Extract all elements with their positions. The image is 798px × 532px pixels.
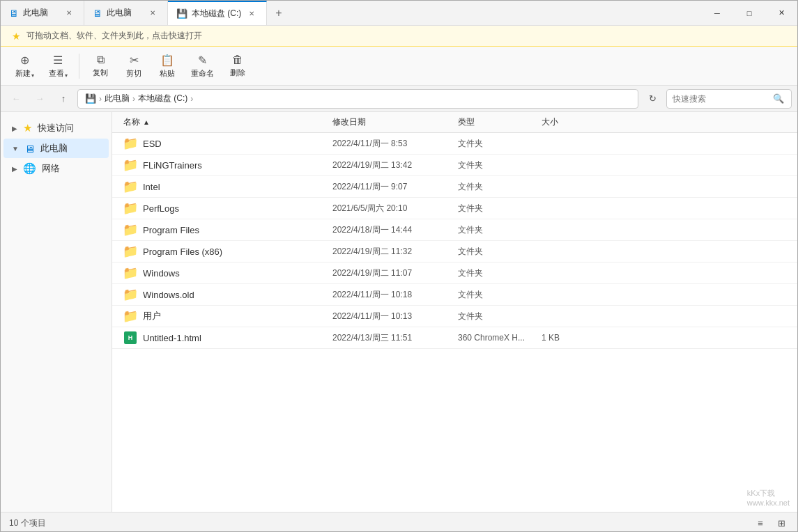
star-icon: ★ bbox=[12, 31, 21, 42]
back-button[interactable]: ← bbox=[6, 89, 26, 109]
refresh-button[interactable]: ↻ bbox=[643, 89, 662, 109]
path-home-icon: 💾 bbox=[85, 93, 96, 104]
rename-label: 重命名 bbox=[191, 68, 214, 79]
title-bar: 🖥 此电脑 ✕ 🖥 此电脑 ✕ 💾 本地磁盘 (C:) ✕ + ─ □ ✕ bbox=[1, 1, 797, 26]
new-tab-button[interactable]: + bbox=[267, 1, 290, 25]
column-size[interactable]: 大小 bbox=[542, 116, 597, 128]
toolbar: ⊕ 新建 ▾ ☰ 查看 ▾ ⧉ 复制 ✂ 剪切 📋 粘贴 ✎ 重命名 🗑 删除 bbox=[1, 47, 797, 86]
computer-icon-this-pc: 🖥 bbox=[24, 143, 35, 155]
table-row[interactable]: 📁 Program Files 2022/4/18/周一 14:44 文件夹 bbox=[112, 219, 797, 241]
path-sep-3: › bbox=[190, 94, 193, 104]
watermark-line2: www.kkx.net bbox=[747, 499, 790, 507]
file-name: PerfLogs bbox=[143, 203, 332, 214]
path-part-1: 此电脑 bbox=[105, 93, 130, 104]
table-row[interactable]: 📁 FLiNGTrainers 2022/4/19/周二 13:42 文件夹 bbox=[112, 155, 797, 176]
file-type: 文件夹 bbox=[458, 267, 542, 279]
tab-icon-3: 💾 bbox=[176, 8, 187, 19]
new-button[interactable]: ⊕ 新建 ▾ bbox=[9, 51, 40, 81]
rename-button[interactable]: ✎ 重命名 bbox=[185, 51, 220, 81]
view-button[interactable]: ☰ 查看 ▾ bbox=[43, 51, 73, 81]
copy-label: 复制 bbox=[93, 68, 108, 78]
file-date: 2022/4/19/周二 11:07 bbox=[332, 267, 458, 279]
column-name[interactable]: 名称 ▲ bbox=[123, 116, 332, 128]
rename-icon: ✎ bbox=[198, 54, 207, 67]
up-button[interactable]: ↑ bbox=[54, 89, 73, 109]
table-row[interactable]: 📁 Intel 2022/4/11/周一 9:07 文件夹 bbox=[112, 176, 797, 198]
table-row[interactable]: 📁 Windows.old 2022/4/11/周一 10:18 文件夹 bbox=[112, 284, 797, 306]
file-type: 文件夹 bbox=[458, 311, 542, 322]
view-label: 查看 bbox=[49, 68, 64, 79]
file-date: 2022/4/11/周一 10:13 bbox=[332, 311, 458, 322]
tab-close-2[interactable]: ✕ bbox=[146, 7, 159, 19]
main-content: ▶ ★ 快速访问 ▼ 🖥 此电脑 ▶ 🌐 网络 名称 ▲ 修改日期 bbox=[1, 112, 797, 512]
grid-view-button[interactable]: ⊞ bbox=[774, 516, 789, 531]
file-name: Intel bbox=[143, 182, 332, 192]
tab-this-pc-1[interactable]: 🖥 此电脑 ✕ bbox=[1, 1, 84, 25]
file-date: 2022/4/11/周一 9:07 bbox=[332, 181, 458, 193]
table-row[interactable]: 📁 Windows 2022/4/19/周二 11:07 文件夹 bbox=[112, 263, 797, 284]
copy-icon: ⧉ bbox=[97, 54, 105, 66]
file-date: 2022/4/19/周二 13:42 bbox=[332, 159, 458, 171]
file-list-header: 名称 ▲ 修改日期 类型 大小 bbox=[112, 112, 797, 133]
minimize-button[interactable]: ─ bbox=[701, 1, 733, 26]
table-row[interactable]: H Untitled-1.html 2022/4/13/周三 11:51 360… bbox=[112, 327, 797, 349]
close-button[interactable]: ✕ bbox=[765, 1, 797, 26]
file-type: 文件夹 bbox=[458, 289, 542, 301]
table-row[interactable]: 📁 用户 2022/4/11/周一 10:13 文件夹 bbox=[112, 306, 797, 327]
file-type: 文件夹 bbox=[458, 138, 542, 150]
tab-close-1[interactable]: ✕ bbox=[63, 7, 75, 19]
list-view-button[interactable]: ≡ bbox=[753, 516, 768, 531]
folder-icon: 📁 bbox=[123, 266, 137, 280]
file-list: 名称 ▲ 修改日期 类型 大小 📁 ESD 2022/4/11/周一 8:53 … bbox=[112, 112, 797, 512]
maximize-button[interactable]: □ bbox=[733, 1, 765, 26]
cut-button[interactable]: ✂ 剪切 bbox=[118, 51, 149, 81]
search-input[interactable] bbox=[673, 94, 770, 104]
path-sep-1: › bbox=[99, 94, 102, 104]
tab-this-pc-2[interactable]: 🖥 此电脑 ✕ bbox=[84, 1, 168, 25]
watermark: kKx下载 www.kkx.net bbox=[747, 488, 790, 507]
banner-text: 可拖动文档、软件、文件夹到此，点击快速打开 bbox=[26, 30, 202, 42]
tab-icon-2: 🖥 bbox=[93, 8, 102, 19]
cut-label: 剪切 bbox=[126, 68, 141, 79]
quick-access-banner: ★ 可拖动文档、软件、文件夹到此，点击快速打开 bbox=[1, 26, 797, 47]
expand-icon-this-pc: ▼ bbox=[12, 145, 19, 152]
toolbar-divider-1 bbox=[79, 54, 79, 79]
tab-local-disk[interactable]: 💾 本地磁盘 (C:) ✕ bbox=[168, 1, 267, 25]
view-icon: ☰ bbox=[53, 54, 63, 67]
file-rows-container: 📁 ESD 2022/4/11/周一 8:53 文件夹 📁 FLiNGTrain… bbox=[112, 133, 797, 349]
file-type: 360 ChromeX H... bbox=[458, 333, 542, 343]
column-type[interactable]: 类型 bbox=[458, 116, 542, 128]
file-type: 文件夹 bbox=[458, 224, 542, 236]
sort-arrow-icon: ▲ bbox=[143, 118, 150, 126]
column-size-label: 大小 bbox=[542, 117, 558, 127]
folder-icon: 📁 bbox=[123, 288, 137, 302]
file-name: ESD bbox=[143, 139, 332, 149]
folder-icon: 📁 bbox=[123, 136, 137, 150]
table-row[interactable]: 📁 Program Files (x86) 2022/4/19/周二 11:32… bbox=[112, 241, 797, 263]
new-icon: ⊕ bbox=[20, 54, 29, 67]
column-date[interactable]: 修改日期 bbox=[332, 116, 458, 128]
tab-close-3[interactable]: ✕ bbox=[245, 8, 258, 20]
file-type: 文件夹 bbox=[458, 203, 542, 214]
table-row[interactable]: 📁 PerfLogs 2021/6/5/周六 20:10 文件夹 bbox=[112, 198, 797, 219]
search-box[interactable]: 🔍 bbox=[666, 89, 792, 109]
file-date: 2022/4/19/周二 11:32 bbox=[332, 246, 458, 258]
forward-button[interactable]: → bbox=[30, 89, 49, 109]
window-controls: ─ □ ✕ bbox=[701, 1, 797, 25]
file-name: Program Files (x86) bbox=[143, 247, 332, 257]
delete-button[interactable]: 🗑 删除 bbox=[222, 51, 253, 81]
address-path[interactable]: 💾 › 此电脑 › 本地磁盘 (C:) › bbox=[77, 89, 638, 109]
file-icon: H bbox=[123, 331, 137, 345]
sidebar-item-network[interactable]: ▶ 🌐 网络 bbox=[3, 159, 109, 178]
folder-icon: 📁 bbox=[123, 244, 137, 258]
sidebar-item-this-pc[interactable]: ▼ 🖥 此电脑 bbox=[3, 139, 109, 158]
sidebar-item-quick-access[interactable]: ▶ ★ 快速访问 bbox=[3, 118, 109, 138]
paste-button[interactable]: 📋 粘贴 bbox=[152, 51, 183, 81]
tab-label-1: 此电脑 bbox=[23, 7, 48, 19]
folder-icon: 📁 bbox=[123, 201, 137, 215]
table-row[interactable]: 📁 ESD 2022/4/11/周一 8:53 文件夹 bbox=[112, 133, 797, 155]
column-date-label: 修改日期 bbox=[332, 117, 366, 127]
new-arrow-icon: ▾ bbox=[31, 72, 34, 79]
sidebar-label-this-pc: 此电脑 bbox=[40, 142, 68, 155]
copy-button[interactable]: ⧉ 复制 bbox=[85, 51, 116, 81]
